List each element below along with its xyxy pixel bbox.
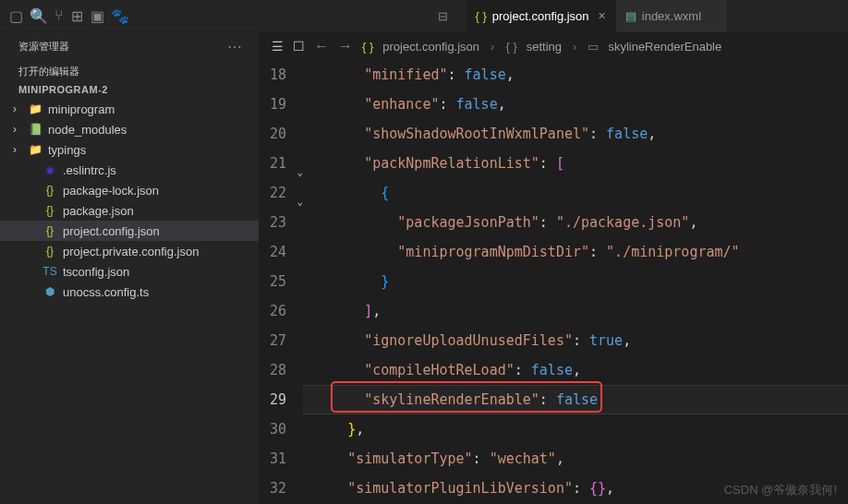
tabs: { }project.config.json×▤index.wxml× [457,0,849,32]
file-item[interactable]: {}package-lock.json [0,180,259,200]
tree-label: project.private.config.json [63,245,199,258]
sidebar-title: 资源管理器 [18,40,69,54]
code-area[interactable]: 18192021⌄22⌄2324252627282930313233 "mini… [259,60,848,504]
file-item[interactable]: {}package.json [0,200,259,221]
tools-icon[interactable]: 🐾 [112,7,128,24]
back-icon[interactable]: ← [314,38,329,54]
jsonlock-icon: {} [42,184,57,197]
tree-label: project.config.json [63,224,160,238]
folder-item[interactable]: ›📁typings [0,139,259,160]
file-item[interactable]: ◉.eslintrc.js [0,160,259,180]
nodemod-icon: 📗 [28,123,42,136]
extensions-icon[interactable]: ⊞ [71,7,83,24]
tree-label: node_modules [48,123,127,137]
file-tree: ›📁miniprogram›📗node_modules›📁typings◉.es… [0,97,259,302]
json-icon: {} [42,204,57,217]
folder-icon: 📁 [28,143,42,156]
folder-item[interactable]: ›📗node_modules [0,119,259,139]
file-json-icon: { } [476,9,487,23]
file-json-icon: { } [362,40,373,54]
abc-icon: ▭ [588,40,599,54]
watermark: CSDN @爷傲奈我何! [724,482,837,498]
tab-label: index.wxml [642,9,701,23]
sidebar: 资源管理器 ⋯ 打开的编辑器 MINIPROGRAM-2 ›📁miniprogr… [0,32,259,504]
breadcrumb-seg2[interactable]: skylineRenderEnable [608,40,721,54]
bookmark-icon[interactable]: ☐ [293,39,305,54]
file-item[interactable]: ⬢unocss.config.ts [0,282,259,302]
search-icon[interactable]: 🔍 [30,7,47,24]
layout-icon[interactable]: ⊟ [438,9,448,23]
ts-icon: TS [42,265,57,278]
tab[interactable]: { }project.config.json× [466,0,616,32]
tree-label: tsconfig.json [63,265,129,279]
menu-icon[interactable]: ☰ [272,39,284,54]
file-wxml-icon: ▤ [625,9,636,23]
brace-icon: { } [505,40,516,54]
editor: ☰ ☐ ← → { } project.config.json › { } se… [259,32,848,504]
close-icon[interactable]: × [599,8,606,23]
folder-icon: 📁 [28,102,42,115]
tab[interactable]: ▤index.wxml× [616,0,728,32]
forward-icon[interactable]: → [338,38,353,54]
editor-actions: ⊟ [429,9,457,23]
uno-icon: ⬢ [42,285,57,298]
breadcrumb: ☰ ☐ ← → { } project.config.json › { } se… [259,32,848,60]
project-title[interactable]: MINIPROGRAM-2 [0,82,259,97]
file-item[interactable]: {}project.private.config.json [0,241,259,261]
breadcrumb-file[interactable]: project.config.json [382,40,479,54]
tree-label: package-lock.json [63,184,159,198]
tree-label: unocss.config.ts [63,285,149,299]
chevron-right-icon: › [13,123,22,136]
tab-label: project.config.json [492,9,589,23]
chevron-right-icon: › [13,143,22,156]
tree-label: package.json [63,204,134,218]
activity-bar: ▢ 🔍 ⑂ ⊞ ▣ 🐾 [0,0,46,32]
tree-label: .eslintrc.js [63,163,116,177]
eslint-icon: ◉ [42,163,57,176]
chevron-right-icon: › [13,102,22,115]
json-icon: {} [42,245,57,258]
tree-label: miniprogram [48,102,115,116]
tree-label: typings [48,143,86,157]
more-icon[interactable]: ⋯ [227,38,244,55]
file-item[interactable]: TStsconfig.json [0,261,259,282]
folder-item[interactable]: ›📁miniprogram [0,99,259,119]
open-editors-label[interactable]: 打开的编辑器 [0,61,259,82]
file-item[interactable]: {}project.config.json [0,221,259,241]
breadcrumb-seg1[interactable]: setting [527,40,562,54]
explorer-icon[interactable]: ▢ [9,7,23,24]
chevron-right-icon: › [573,40,576,54]
source-control-icon[interactable]: ⑂ [55,7,64,24]
run-icon[interactable]: ▣ [91,7,104,24]
json-icon: {} [42,224,57,237]
chevron-right-icon: › [491,40,494,54]
